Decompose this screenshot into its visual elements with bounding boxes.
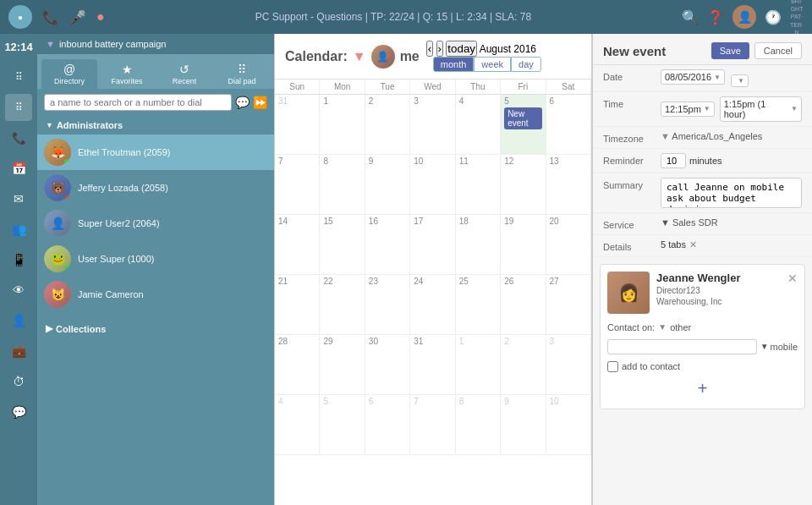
cal-cell-w3-1[interactable]: 15 — [320, 215, 365, 274]
cal-cell-w3-6[interactable]: 20 — [546, 215, 591, 274]
cal-cell-w5-1[interactable]: 29 — [320, 335, 365, 394]
grid-icon[interactable]: ⠿ — [5, 63, 32, 91]
help-icon[interactable]: ❓ — [707, 9, 724, 25]
cal-cell-w2-6[interactable]: 13 — [546, 155, 591, 214]
view-day-btn[interactable]: day — [511, 57, 541, 72]
person-icon[interactable]: 👤 — [5, 307, 32, 334]
user-avatar[interactable]: 👤 — [732, 5, 756, 29]
cal-cell-w6-1[interactable]: 5 — [320, 395, 365, 454]
cal-cell-w5-3[interactable]: 31 — [410, 335, 455, 394]
calls-icon[interactable]: 📱 — [5, 246, 32, 273]
clock-icon[interactable]: 🕐 — [765, 9, 782, 25]
details-x[interactable]: ✕ — [689, 239, 697, 250]
clock2-icon[interactable]: ⏱ — [5, 368, 32, 395]
plus-button[interactable]: + — [607, 376, 798, 402]
cal-cell-w5-2[interactable]: 30 — [365, 335, 410, 394]
tab-favorites[interactable]: ★ Favorites — [99, 59, 155, 89]
forward-btn[interactable]: ⏩ — [253, 96, 267, 109]
cal-cell-w1-2[interactable]: 2 — [365, 95, 410, 154]
cal-cell-w2-2[interactable]: 9 — [365, 155, 410, 214]
cal-cell-w6-2[interactable]: 6 — [365, 395, 410, 454]
cal-today-btn[interactable]: today — [446, 41, 477, 57]
cal-cell-w4-0[interactable]: 21 — [275, 275, 320, 334]
cal-cell-w3-0[interactable]: 14 — [275, 215, 320, 274]
cal-cell-w2-0[interactable]: 7 — [275, 155, 320, 214]
cal-cell-w1-0[interactable]: 31 — [275, 95, 320, 154]
avatar-jeffery: 🐻 — [44, 174, 71, 201]
user-item-usersuper[interactable]: 🐸 User Super (1000) — [37, 241, 274, 277]
chat-btn[interactable]: 💬 — [235, 96, 250, 109]
cal-cell-w4-5[interactable]: 26 — [501, 275, 546, 334]
cal-cell-w4-4[interactable]: 25 — [456, 275, 501, 334]
cal-cell-w6-6[interactable]: 10 — [546, 395, 591, 454]
cal-cell-w6-4[interactable]: 8 — [456, 395, 501, 454]
user-item-ethel[interactable]: 🦊 Ethel Troutman (2059) — [37, 134, 274, 170]
cal-cell-w2-5[interactable]: 12 — [501, 155, 546, 214]
record-icon[interactable]: ● — [96, 9, 105, 25]
contacts-icon[interactable]: 👥 — [5, 216, 32, 243]
user-item-super2[interactable]: 👤 Super User2 (2064) — [37, 206, 274, 241]
cal-cell-w2-3[interactable]: 10 — [410, 155, 455, 214]
eye-icon[interactable]: 👁 — [5, 277, 32, 304]
reminder-input[interactable] — [661, 153, 686, 168]
view-month-btn[interactable]: month — [433, 57, 475, 72]
cal-cell-w1-3[interactable]: 3 — [410, 95, 455, 154]
contact-on-value: other — [670, 322, 691, 332]
new-event-badge[interactable]: New event — [504, 107, 541, 129]
cal-cell-w2-4[interactable]: 11 — [456, 155, 501, 214]
cal-cell-w4-1[interactable]: 22 — [320, 275, 365, 334]
chat-icon[interactable]: 💬 — [5, 398, 32, 425]
user-item-jamie[interactable]: 😺 Jamie Cameron — [37, 277, 274, 312]
mobile-label: mobile — [771, 342, 798, 352]
cal-cell-w1-4[interactable]: 4 — [456, 95, 501, 154]
add-contact-checkbox[interactable] — [607, 361, 618, 372]
cal-cell-w5-0[interactable]: 28 — [275, 335, 320, 394]
summary-textarea[interactable]: call Jeanne on mobile ask about budget d… — [661, 178, 802, 208]
administrators-header[interactable]: ▼ Administrators — [37, 116, 274, 134]
briefcase-icon[interactable]: 💼 — [5, 338, 32, 365]
tab-recent[interactable]: ↺ Recent — [156, 59, 212, 89]
cal-cell-w3-5[interactable]: 19 — [501, 215, 546, 274]
cal-cell-w1-1[interactable]: 1 — [320, 95, 365, 154]
cal-cell-w3-3[interactable]: 17 — [410, 215, 455, 274]
cal-cell-w2-1[interactable]: 8 — [320, 155, 365, 214]
cal-cell-w1-6[interactable]: 6 — [546, 95, 591, 154]
cal-cell-w3-4[interactable]: 18 — [456, 215, 501, 274]
phone-input[interactable] — [607, 339, 757, 354]
cal-cell-w1-5[interactable]: 5 New event — [501, 95, 546, 154]
mail-icon[interactable]: ✉ — [5, 185, 32, 212]
contact-close-btn[interactable]: ✕ — [787, 272, 798, 285]
save-button[interactable]: Save — [711, 42, 749, 59]
tab-dialpad[interactable]: ⠿ Dial pad — [214, 59, 270, 89]
cal-cell-w6-0[interactable]: 4 — [275, 395, 320, 454]
mobile-select[interactable]: ▼ mobile — [760, 342, 798, 352]
search-input[interactable] — [44, 94, 232, 111]
cal-cell-w5-5[interactable]: 2 — [501, 335, 546, 394]
cal-cell-w6-5[interactable]: 9 — [501, 395, 546, 454]
phone-icon[interactable]: 📞 — [42, 9, 59, 25]
cal-cell-w4-6[interactable]: 27 — [546, 275, 591, 334]
cal-cell-w5-4[interactable]: 1 — [456, 335, 501, 394]
phone2-icon[interactable]: 📞 — [5, 124, 32, 151]
cal-prev-btn[interactable]: ‹ — [426, 41, 433, 57]
cal-cell-w3-2[interactable]: 16 — [365, 215, 410, 274]
time-start-select[interactable]: 12:15pm ▼ — [661, 102, 715, 117]
calendar-icon[interactable]: 📅 — [5, 155, 32, 182]
time-end-select2[interactable]: 1:15pm (1 hour) ▼ — [720, 96, 802, 122]
collections-header[interactable]: ▶ Collections — [37, 316, 274, 341]
tab-directory[interactable]: @ Directory — [41, 59, 97, 89]
apps-icon[interactable]: ⠿ — [5, 94, 32, 121]
administrators-label: Administrators — [57, 120, 123, 130]
cal-cell-w5-6[interactable]: 3 — [546, 335, 591, 394]
date-select[interactable]: 08/05/2016 ▼ — [661, 69, 725, 85]
time-end-select[interactable]: ▼ — [731, 74, 749, 87]
view-week-btn[interactable]: week — [474, 57, 511, 72]
cancel-button[interactable]: Cancel — [754, 42, 802, 59]
cal-next-btn[interactable]: › — [436, 41, 443, 57]
cal-cell-w4-2[interactable]: 23 — [365, 275, 410, 334]
cal-cell-w4-3[interactable]: 24 — [410, 275, 455, 334]
user-item-jeffery[interactable]: 🐻 Jeffery Lozada (2058) — [37, 170, 274, 206]
search-icon[interactable]: 🔍 — [682, 9, 699, 25]
mute-icon[interactable]: 🎤 — [69, 9, 86, 25]
cal-cell-w6-3[interactable]: 7 — [410, 395, 455, 454]
